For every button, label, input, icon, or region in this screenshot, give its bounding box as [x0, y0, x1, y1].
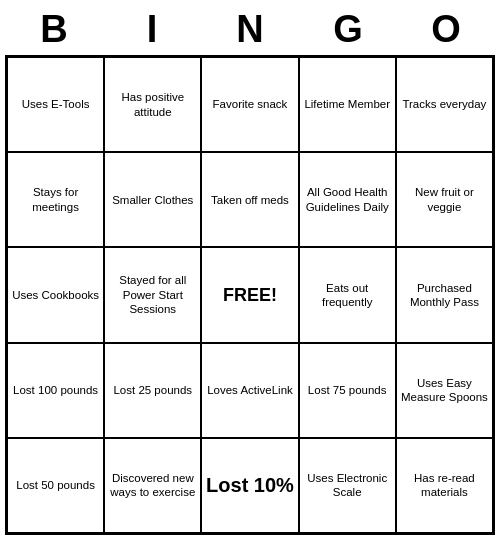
- cell-g3: Eats out frequently: [299, 247, 396, 342]
- cell-i2: Smaller Clothes: [104, 152, 201, 247]
- cell-b3: Uses Cookbooks: [7, 247, 104, 342]
- cell-g4: Lost 75 pounds: [299, 343, 396, 438]
- cell-n4: Loves ActiveLink: [201, 343, 298, 438]
- cell-i1: Has positive attitude: [104, 57, 201, 152]
- bingo-grid: Uses E-ToolsHas positive attitudeFavorit…: [5, 55, 495, 535]
- cell-i3: Stayed for all Power Start Sessions: [104, 247, 201, 342]
- letter-o: O: [402, 8, 490, 51]
- cell-b2: Stays for meetings: [7, 152, 104, 247]
- cell-b4: Lost 100 pounds: [7, 343, 104, 438]
- letter-i: I: [108, 8, 196, 51]
- cell-o2: New fruit or veggie: [396, 152, 493, 247]
- cell-o5: Has re-read materials: [396, 438, 493, 533]
- letter-b: B: [10, 8, 98, 51]
- cell-n5: Lost 10%: [201, 438, 298, 533]
- cell-n3: FREE!: [201, 247, 298, 342]
- cell-b1: Uses E-Tools: [7, 57, 104, 152]
- cell-n1: Favorite snack: [201, 57, 298, 152]
- cell-g1: Lifetime Member: [299, 57, 396, 152]
- cell-o4: Uses Easy Measure Spoons: [396, 343, 493, 438]
- cell-o1: Tracks everyday: [396, 57, 493, 152]
- cell-b5: Lost 50 pounds: [7, 438, 104, 533]
- cell-i5: Discovered new ways to exercise: [104, 438, 201, 533]
- cell-g2: All Good Health Guidelines Daily: [299, 152, 396, 247]
- letter-g: G: [304, 8, 392, 51]
- cell-g5: Uses Electronic Scale: [299, 438, 396, 533]
- cell-n2: Taken off meds: [201, 152, 298, 247]
- letter-n: N: [206, 8, 294, 51]
- cell-o3: Purchased Monthly Pass: [396, 247, 493, 342]
- bingo-title: B I N G O: [5, 0, 495, 55]
- cell-i4: Lost 25 pounds: [104, 343, 201, 438]
